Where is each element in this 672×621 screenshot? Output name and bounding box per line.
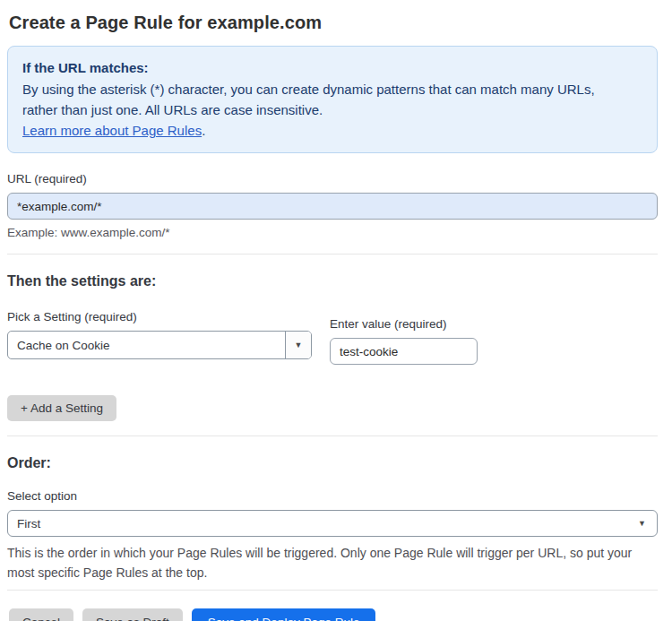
pick-setting-column: Pick a Setting (required) Cache on Cooki… (7, 310, 312, 359)
info-banner-link-line: Learn more about Page Rules. (22, 120, 642, 141)
setting-row: Pick a Setting (required) Cache on Cooki… (7, 310, 658, 365)
link-suffix: . (202, 123, 205, 138)
pick-setting-label: Pick a Setting (required) (7, 310, 312, 323)
footer-divider (7, 590, 658, 591)
save-and-deploy-button[interactable]: Save and Deploy Page Rule (192, 608, 376, 621)
learn-more-link[interactable]: Learn more about Page Rules (22, 123, 202, 138)
page-title: Create a Page Rule for example.com (9, 13, 658, 33)
url-field-label: URL (required) (7, 172, 658, 185)
section-divider (7, 436, 658, 436)
setting-dropdown-arrow-button[interactable]: ▼ (285, 332, 311, 358)
setting-dropdown[interactable]: Cache on Cookie ▼ (7, 331, 312, 359)
enter-value-label: Enter value (required) (330, 317, 478, 331)
save-as-draft-button[interactable]: Save as Draft (82, 608, 183, 621)
add-setting-button[interactable]: + Add a Setting (7, 395, 116, 421)
settings-section-heading: Then the settings are: (7, 273, 658, 289)
footer-actions: Cancel Save as Draft Save and Deploy Pag… (7, 608, 658, 621)
url-example-hint: Example: www.example.com/* (7, 226, 658, 239)
order-section-heading: Order: (7, 455, 658, 471)
setting-value-input[interactable] (330, 338, 478, 365)
enter-value-column: Enter value (required) (330, 317, 478, 365)
order-help-text: This is the order in which your Page Rul… (7, 543, 649, 582)
url-match-info-banner: If the URL matches: By using the asteris… (7, 46, 658, 153)
info-banner-body: By using the asterisk (*) character, you… (22, 79, 632, 120)
chevron-down-icon: ▼ (638, 520, 646, 528)
section-divider (7, 254, 658, 254)
page-rule-form: Create a Page Rule for example.com If th… (0, 0, 672, 621)
order-select-label: Select option (7, 489, 658, 503)
info-banner-heading: If the URL matches: (22, 57, 642, 78)
cancel-button[interactable]: Cancel (9, 608, 73, 621)
setting-dropdown-value: Cache on Cookie (8, 332, 285, 358)
chevron-down-icon: ▼ (295, 341, 303, 349)
order-dropdown-value: First (17, 517, 40, 530)
order-dropdown[interactable]: First ▼ (7, 510, 658, 537)
url-input[interactable] (7, 193, 658, 220)
